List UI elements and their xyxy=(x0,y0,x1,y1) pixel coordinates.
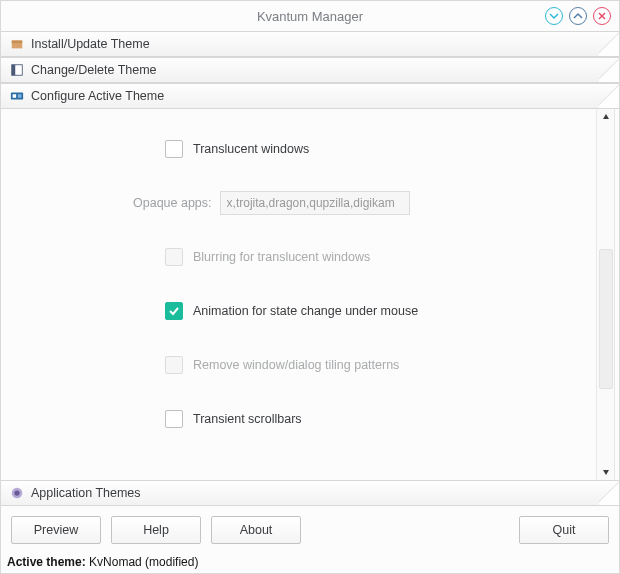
animation-checkbox[interactable] xyxy=(165,302,183,320)
opaque-apps-input[interactable] xyxy=(220,191,410,215)
accordion: Install/Update Theme Change/Delete Theme… xyxy=(1,31,619,109)
maximize-button[interactable] xyxy=(569,7,587,25)
triangle-down-icon xyxy=(602,468,610,476)
blurring-checkbox xyxy=(165,248,183,266)
transient-scrollbars-checkbox[interactable] xyxy=(165,410,183,428)
transient-scrollbars-label: Transient scrollbars xyxy=(193,412,302,426)
quit-button[interactable]: Quit xyxy=(519,516,609,544)
configure-icon xyxy=(9,88,25,104)
translucent-windows-checkbox[interactable] xyxy=(165,140,183,158)
scroll-thumb[interactable] xyxy=(599,249,613,389)
section-label: Install/Update Theme xyxy=(31,37,150,51)
scroll-down-button[interactable] xyxy=(597,464,615,480)
section-label: Application Themes xyxy=(31,486,141,500)
status-bar: Active theme: KvNomad (modified) xyxy=(1,552,619,573)
svg-rect-7 xyxy=(13,94,17,98)
check-icon xyxy=(168,305,180,317)
option-remove-tiling: Remove window/dialog tiling patterns xyxy=(45,353,588,377)
triangle-up-icon xyxy=(602,113,610,121)
option-blurring: Blurring for translucent windows xyxy=(45,245,588,269)
options-panel: Translucent windows Opaque apps: Blurrin… xyxy=(5,109,596,480)
opaque-apps-label: Opaque apps: xyxy=(133,196,212,210)
button-bar: Preview Help About Quit xyxy=(1,506,619,552)
window-icon xyxy=(9,62,25,78)
remove-tiling-label: Remove window/dialog tiling patterns xyxy=(193,358,399,372)
chevron-up-icon xyxy=(573,11,583,21)
svg-point-12 xyxy=(14,490,19,495)
chevron-down-icon xyxy=(549,11,559,21)
status-prefix: Active theme: xyxy=(7,555,86,569)
accordion-bottom: Application Themes xyxy=(1,480,619,506)
preview-button[interactable]: Preview xyxy=(11,516,101,544)
svg-marker-9 xyxy=(603,114,609,119)
svg-marker-10 xyxy=(603,470,609,475)
package-icon xyxy=(9,36,25,52)
window-buttons xyxy=(545,7,611,25)
section-label: Change/Delete Theme xyxy=(31,63,157,77)
titlebar: Kvantum Manager xyxy=(1,1,619,31)
close-button[interactable] xyxy=(593,7,611,25)
status-theme: KvNomad (modified) xyxy=(89,555,198,569)
vertical-scrollbar[interactable] xyxy=(596,109,614,480)
scroll-up-button[interactable] xyxy=(597,109,615,125)
section-application-themes[interactable]: Application Themes xyxy=(1,480,619,506)
close-icon xyxy=(597,11,607,21)
svg-rect-8 xyxy=(18,94,22,98)
configure-content: Translucent windows Opaque apps: Blurrin… xyxy=(5,109,615,480)
application-icon xyxy=(9,485,25,501)
section-configure-active[interactable]: Configure Active Theme xyxy=(1,83,619,109)
option-transient-scrollbars: Transient scrollbars xyxy=(45,407,588,431)
svg-rect-5 xyxy=(12,65,16,76)
option-opaque-apps: Opaque apps: xyxy=(45,191,588,215)
about-button[interactable]: About xyxy=(211,516,301,544)
option-animation: Animation for state change under mouse xyxy=(45,299,588,323)
animation-label: Animation for state change under mouse xyxy=(193,304,418,318)
section-change-delete[interactable]: Change/Delete Theme xyxy=(1,57,619,83)
section-install-update[interactable]: Install/Update Theme xyxy=(1,31,619,57)
translucent-windows-label: Translucent windows xyxy=(193,142,309,156)
minimize-button[interactable] xyxy=(545,7,563,25)
help-button[interactable]: Help xyxy=(111,516,201,544)
window: Kvantum Manager Install/Update Theme Cha… xyxy=(0,0,620,574)
window-title: Kvantum Manager xyxy=(257,9,363,24)
remove-tiling-checkbox xyxy=(165,356,183,374)
blurring-label: Blurring for translucent windows xyxy=(193,250,370,264)
svg-rect-3 xyxy=(12,41,23,44)
option-translucent-windows: Translucent windows xyxy=(45,137,588,161)
section-label: Configure Active Theme xyxy=(31,89,164,103)
